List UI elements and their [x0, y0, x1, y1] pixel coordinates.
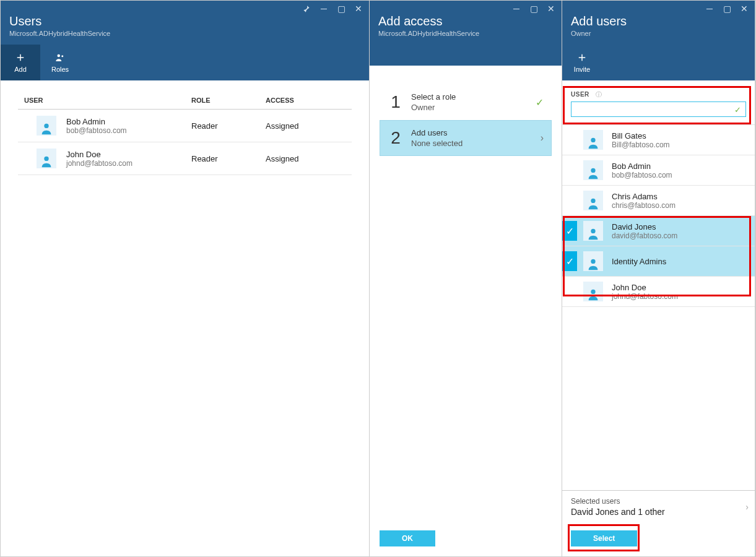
- row-check-icon: [562, 282, 577, 301]
- blade-subtitle: Microsoft.ADHybridHealthService: [9, 30, 360, 37]
- blade-users-header: ─ ▢ ✕ Users Microsoft.ADHybridHealthServ…: [1, 1, 369, 80]
- user-email: david@fabtoso.com: [612, 231, 677, 240]
- step-select-role[interactable]: 1 Select a role Owner ✓: [380, 84, 552, 120]
- blade-add-users: ─ ▢ ✕ Add users Owner Invite USER ⓘ ✓ Bi…: [562, 1, 755, 556]
- info-icon[interactable]: ⓘ: [596, 91, 602, 98]
- step-title: Add users: [411, 128, 545, 137]
- user-role: Reader: [191, 121, 266, 131]
- user-search-label: USER: [571, 91, 589, 98]
- table-row[interactable]: John Doejohnd@fabtoso.comReaderAssigned: [18, 142, 352, 175]
- summary-value: David Jones and 1 other: [571, 507, 746, 517]
- selected-users-summary[interactable]: Selected users David Jones and 1 other ›: [562, 490, 755, 523]
- user-avatar-icon: [37, 116, 56, 136]
- minimize-icon[interactable]: ─: [318, 3, 329, 14]
- svg-point-3: [44, 157, 48, 161]
- close-icon[interactable]: ✕: [353, 3, 364, 14]
- step-subtitle: None selected: [411, 139, 545, 148]
- svg-point-7: [591, 229, 595, 233]
- maximize-icon[interactable]: ▢: [721, 3, 732, 14]
- user-access: Assigned: [266, 121, 352, 131]
- user-picker-row[interactable]: Bob Adminbob@fabtoso.com: [562, 155, 755, 186]
- user-picker-row[interactable]: ✓Identity Admins: [562, 246, 755, 277]
- user-search-section: USER ⓘ ✓: [562, 80, 755, 124]
- col-user-header: USER: [18, 97, 191, 104]
- row-check-icon: ✓: [562, 251, 577, 271]
- roles-button-label: Roles: [51, 66, 69, 73]
- user-picker-row[interactable]: Bill GatesBill@fabtoso.com: [562, 125, 755, 155]
- blade-users: ─ ▢ ✕ Users Microsoft.ADHybridHealthServ…: [1, 1, 370, 556]
- users-table: USER ROLE ACCESS Bob Adminbob@fabtoso.co…: [1, 80, 369, 186]
- ok-button[interactable]: OK: [380, 530, 435, 546]
- add-button[interactable]: Add: [1, 45, 40, 80]
- user-picker-row[interactable]: Chris Adamschris@fabtoso.com: [562, 186, 755, 216]
- user-name: Bob Admin: [612, 162, 672, 171]
- col-access-header: ACCESS: [266, 97, 352, 104]
- user-email: bob@fabtoso.com: [66, 126, 127, 135]
- svg-point-5: [591, 168, 595, 173]
- chevron-right-icon: ›: [745, 502, 749, 512]
- user-picker-list: Bill GatesBill@fabtoso.comBob Adminbob@f…: [562, 124, 755, 490]
- user-search-input[interactable]: [571, 101, 746, 117]
- step-title: Select a role: [411, 92, 545, 101]
- select-button[interactable]: Select: [571, 530, 637, 546]
- blade-title: Add users: [571, 14, 746, 28]
- step-add-users[interactable]: 2 Add users None selected ›: [380, 120, 552, 156]
- svg-point-9: [591, 290, 595, 294]
- summary-label: Selected users: [571, 497, 746, 506]
- close-icon[interactable]: ✕: [545, 3, 557, 14]
- valid-check-icon: ✓: [734, 105, 741, 114]
- minimize-icon[interactable]: ─: [704, 3, 715, 14]
- svg-point-0: [58, 54, 61, 58]
- check-icon: ✓: [536, 97, 544, 108]
- user-avatar-icon: [583, 130, 603, 150]
- blade-title: Add access: [378, 14, 553, 28]
- user-picker-row[interactable]: John Doejohnd@fabtoso.com: [562, 277, 755, 307]
- user-name: Chris Adams: [612, 192, 676, 201]
- blade-addaccess-header: ─ ▢ ✕ Add access Microsoft.ADHybridHealt…: [370, 1, 562, 66]
- svg-point-2: [44, 124, 48, 128]
- user-picker-row[interactable]: ✓David Jonesdavid@fabtoso.com: [562, 216, 755, 246]
- user-email: johnd@fabtoso.com: [66, 159, 133, 168]
- step-number: 2: [386, 128, 405, 148]
- row-check-icon: [562, 130, 577, 150]
- step-number: 1: [386, 92, 405, 112]
- add-button-label: Add: [14, 66, 27, 73]
- user-name: John Doe: [66, 150, 133, 159]
- svg-point-6: [591, 199, 595, 203]
- col-role-header: ROLE: [191, 97, 266, 104]
- user-access: Assigned: [266, 154, 352, 163]
- user-email: johnd@fabtoso.com: [612, 292, 678, 301]
- chevron-right-icon: ›: [541, 132, 544, 144]
- maximize-icon[interactable]: ▢: [528, 3, 539, 14]
- row-check-icon: ✓: [562, 221, 577, 241]
- svg-point-1: [61, 55, 63, 57]
- blade-add-access: ─ ▢ ✕ Add access Microsoft.ADHybridHealt…: [370, 1, 562, 556]
- user-email: bob@fabtoso.com: [612, 171, 672, 179]
- user-name: John Doe: [612, 283, 678, 292]
- invite-button-label: Invite: [574, 66, 590, 73]
- blade-addusers-header: ─ ▢ ✕ Add users Owner Invite: [562, 1, 755, 80]
- table-row[interactable]: Bob Adminbob@fabtoso.comReaderAssigned: [18, 110, 352, 142]
- maximize-icon[interactable]: ▢: [336, 3, 347, 14]
- minimize-icon[interactable]: ─: [511, 3, 522, 14]
- user-name: David Jones: [612, 222, 677, 231]
- user-avatar-icon: [583, 282, 603, 301]
- invite-button[interactable]: Invite: [562, 45, 602, 80]
- roles-button[interactable]: Roles: [40, 45, 80, 80]
- svg-point-8: [591, 259, 595, 264]
- user-name: Bill Gates: [612, 131, 670, 140]
- svg-point-4: [591, 138, 595, 142]
- user-email: Bill@fabtoso.com: [612, 140, 670, 149]
- user-name: Bob Admin: [66, 117, 127, 126]
- user-avatar-icon: [583, 221, 603, 241]
- row-check-icon: [562, 191, 577, 210]
- user-avatar-icon: [583, 251, 603, 271]
- user-role: Reader: [191, 154, 266, 163]
- pin-icon[interactable]: [301, 3, 312, 14]
- blade-subtitle: Microsoft.ADHybridHealthService: [378, 30, 553, 37]
- close-icon[interactable]: ✕: [739, 3, 750, 14]
- user-avatar-icon: [583, 191, 603, 210]
- step-subtitle: Owner: [411, 103, 545, 112]
- row-check-icon: [562, 160, 577, 180]
- blade-title: Users: [9, 14, 360, 28]
